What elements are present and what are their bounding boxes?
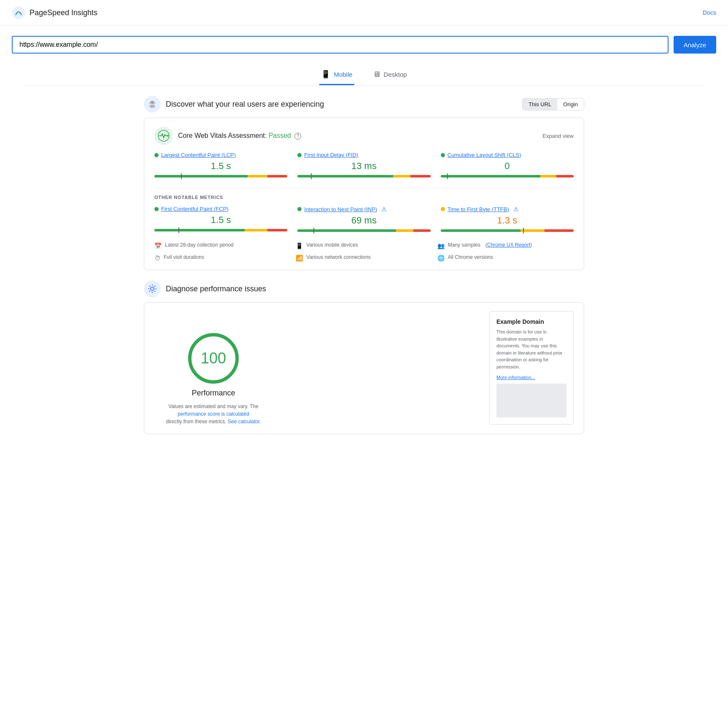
visit-durations-text: Full visit durations — [164, 254, 204, 260]
device-tabs: 📱 Mobile 🖥 Desktop — [24, 60, 704, 86]
fid-label[interactable]: First Input Delay (FID) — [304, 152, 358, 158]
fcp-label[interactable]: First Contentful Paint (FCP) — [161, 206, 229, 212]
lcp-green — [154, 175, 248, 177]
mobile-devices-text: Various mobile devices — [306, 242, 358, 248]
metric-cls: Cumulative Layout Shift (CLS) 0 — [441, 152, 574, 179]
core-metrics-grid: Largest Contentful Paint (LCP) 1.5 s Fir… — [154, 152, 574, 179]
lcp-dot — [154, 153, 159, 157]
preview-gray-area — [496, 384, 566, 417]
metric-inp: Interaction to Next Paint (INP) ⚠ 69 ms — [297, 206, 430, 234]
svg-point-2 — [149, 105, 155, 108]
desktop-icon: 🖥 — [373, 70, 380, 79]
score-note-text-2: directly from these metrics. — [166, 419, 226, 425]
origin-btn[interactable]: Origin — [557, 99, 584, 110]
chrome-ux-link[interactable]: Chrome UX Report — [487, 242, 530, 248]
info-network: 📶 Various network connections — [296, 254, 432, 261]
heartbeat-icon — [158, 130, 170, 142]
cls-red — [556, 175, 574, 177]
cls-value: 0 — [441, 161, 574, 172]
fcp-value: 1.5 s — [154, 215, 287, 226]
users-icon: 👥 — [437, 242, 445, 249]
info-collection-period: 📅 Latest 28-day collection period — [154, 242, 291, 249]
docs-link[interactable]: Docs — [703, 9, 716, 16]
main-content: Discover what your real users are experi… — [132, 96, 596, 434]
user-icon — [147, 99, 157, 109]
fid-bar-inner — [297, 175, 430, 177]
chrome-versions-text: All Chrome versions — [448, 254, 493, 260]
url-origin-toggle: This URL Origin — [522, 98, 584, 110]
perf-score-section: 100 Performance Values are estimated and… — [154, 311, 272, 425]
cwv-info-icon[interactable]: ? — [294, 133, 301, 140]
this-url-btn[interactable]: This URL — [523, 99, 557, 110]
field-data-card: Core Web Vitals Assessment: Passed ? Exp… — [144, 118, 584, 270]
diagnose-header: Diagnose performance issues — [144, 280, 584, 297]
performance-label: Performance — [191, 389, 235, 398]
tab-mobile[interactable]: 📱 Mobile — [319, 65, 354, 85]
other-metrics-label: OTHER NOTABLE METRICS — [154, 195, 574, 200]
fid-red — [410, 175, 430, 177]
gear-icon — [147, 284, 157, 294]
preview-link[interactable]: More information... — [496, 375, 535, 380]
metric-ttfb: Time to First Byte (TTFB) ⚠ 1.3 s — [441, 206, 574, 234]
expand-view-btn[interactable]: Expand view — [542, 133, 574, 139]
inp-warn-icon: ⚠ — [381, 206, 387, 212]
lcp-marker — [181, 173, 182, 179]
preview-title: Example Domain — [496, 318, 566, 325]
fcp-bar — [154, 229, 287, 231]
cls-bar-inner — [441, 175, 574, 177]
tab-desktop[interactable]: 🖥 Desktop — [371, 65, 409, 85]
fcp-marker — [178, 227, 179, 233]
metric-lcp: Largest Contentful Paint (LCP) 1.5 s — [154, 152, 287, 179]
other-metrics-grid: First Contentful Paint (FCP) 1.5 s Inter… — [154, 206, 574, 234]
app-title: PageSpeed Insights — [30, 8, 97, 17]
calc-link[interactable]: See calculator. — [228, 419, 261, 425]
info-visit-durations: ⏱ Full visit durations — [154, 254, 291, 261]
info-samples: 👥 Many samples (Chrome UX Report) — [437, 242, 574, 249]
fcp-label-row: First Contentful Paint (FCP) — [154, 206, 287, 212]
svg-point-3 — [149, 102, 151, 104]
info-chrome-versions: 🌐 All Chrome versions — [437, 254, 574, 261]
performance-card: 100 Performance Values are estimated and… — [144, 302, 584, 434]
metric-fcp: First Contentful Paint (FCP) 1.5 s — [154, 206, 287, 234]
cls-label[interactable]: Cumulative Layout Shift (CLS) — [448, 152, 521, 158]
lcp-bar — [154, 175, 287, 177]
inp-label[interactable]: Interaction to Next Paint (INP) — [304, 206, 377, 212]
cls-label-row: Cumulative Layout Shift (CLS) — [441, 152, 574, 158]
diagnose-title: Diagnose performance issues — [166, 285, 266, 293]
search-section: Analyze — [0, 26, 728, 60]
performance-score: 100 — [201, 349, 226, 367]
ttfb-green — [441, 229, 520, 232]
fid-value: 13 ms — [297, 161, 430, 172]
info-mobile-devices: 📱 Various mobile devices — [296, 242, 432, 249]
field-data-title: Discover what your real users are experi… — [166, 100, 324, 109]
search-bar: Analyze — [12, 36, 716, 54]
analyze-button[interactable]: Analyze — [674, 36, 716, 54]
field-data-header-left: Discover what your real users are experi… — [144, 96, 324, 113]
cwv-icon — [154, 126, 173, 145]
chrome-icon: 🌐 — [437, 255, 445, 261]
info-grid: 📅 Latest 28-day collection period 📱 Vari… — [154, 242, 574, 261]
ttfb-marker — [523, 228, 524, 234]
fid-marker — [311, 173, 312, 179]
diagnose-header-left: Diagnose performance issues — [144, 280, 266, 297]
score-note-text-1: Values are estimated and may vary. The — [168, 403, 258, 409]
desktop-tab-label: Desktop — [384, 71, 407, 78]
ttfb-orange — [520, 229, 545, 232]
url-input[interactable] — [12, 36, 669, 54]
ttfb-bar-inner — [441, 229, 574, 232]
preview-box: Example Domain This domain is for use in… — [489, 311, 574, 425]
perf-score-link[interactable]: performance score is calculated — [178, 411, 249, 417]
svg-point-4 — [153, 102, 156, 104]
ttfb-label[interactable]: Time to First Byte (TTFB) — [448, 206, 509, 212]
preview-text: This domain is for use in illustrative e… — [496, 328, 566, 370]
ttfb-red — [545, 229, 574, 232]
lcp-bar-inner — [154, 175, 287, 177]
ttfb-dot — [441, 207, 445, 211]
lcp-orange — [248, 175, 267, 177]
metric-fid: First Input Delay (FID) 13 ms — [297, 152, 430, 179]
ttfb-bar — [441, 229, 574, 232]
collection-period-text: Latest 28-day collection period — [165, 242, 234, 248]
inp-marker — [313, 228, 314, 234]
fid-label-row: First Input Delay (FID) — [297, 152, 430, 158]
lcp-label[interactable]: Largest Contentful Paint (LCP) — [161, 152, 236, 158]
